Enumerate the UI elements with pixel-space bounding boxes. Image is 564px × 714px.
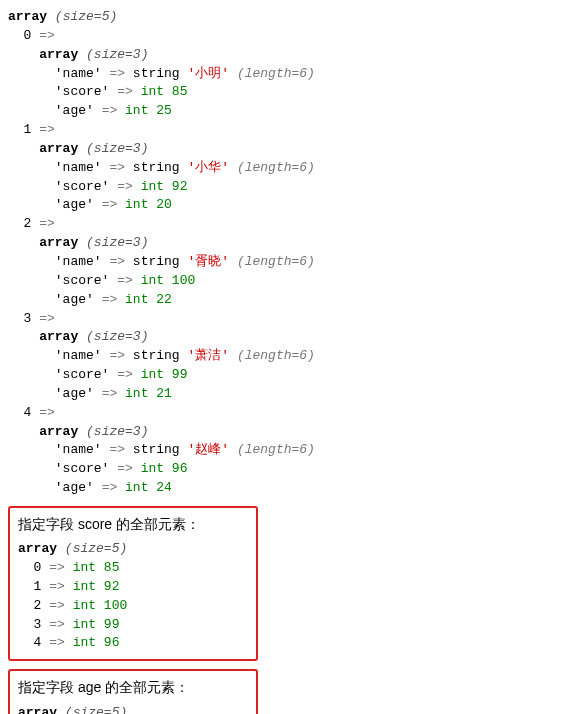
age-box: 指定字段 age 的全部元素： array (size=5) 0 => int … [8, 669, 258, 714]
score-box-label: 指定字段 score 的全部元素： [18, 514, 248, 534]
age-box-label: 指定字段 age 的全部元素： [18, 677, 248, 697]
var-dump-output: array (size=5) 0 => array (size=3) 'name… [8, 8, 556, 498]
score-dump: array (size=5) 0 => int 85 1 => int 92 2… [18, 540, 248, 653]
age-dump: array (size=5) 0 => int 25 1 => int 20 2… [18, 704, 248, 714]
score-box: 指定字段 score 的全部元素： array (size=5) 0 => in… [8, 506, 258, 661]
